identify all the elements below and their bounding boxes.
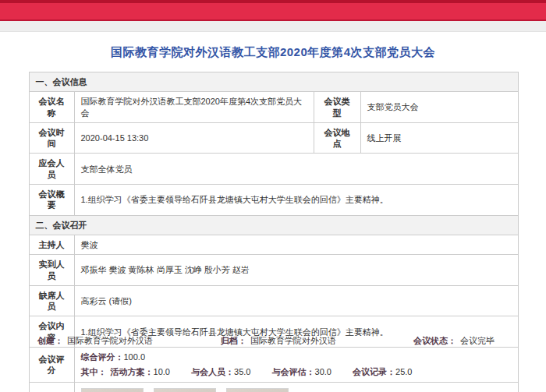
- expected-attendees-label: 应会人员: [29, 154, 74, 185]
- meeting-score-value: 综合评分：100.0 其中： 活动方案：10.0 与会人员：35.0 与会评估：…: [74, 348, 518, 383]
- total-score-value: 100.0: [124, 352, 146, 362]
- meeting-place-label: 会议地点: [314, 122, 360, 154]
- host-value: 樊波: [74, 235, 518, 254]
- absent-members-label: 缺席人员: [29, 285, 74, 316]
- total-score-label: 综合评分：: [81, 352, 124, 362]
- meeting-status: 会议状态：会议完毕: [413, 335, 495, 347]
- meeting-type-value: 支部党员大会: [360, 92, 518, 123]
- photo-attachment-2[interactable]: [154, 388, 216, 392]
- score-item-plan: 活动方案：10.0: [111, 367, 170, 376]
- photo-attachment-1[interactable]: [81, 388, 144, 392]
- meeting-summary-label: 会议概要: [29, 185, 74, 216]
- absent-members-value: 高彩云 (请假): [74, 285, 518, 316]
- section-header-meeting-info: 一、会议信息: [29, 72, 518, 92]
- photo-attachments-label: 照片附件: [29, 382, 74, 392]
- meeting-type-label: 会议类型: [314, 92, 360, 123]
- score-item-evaluation: 与会评估：30.0: [272, 367, 332, 376]
- meeting-place-value: 线上开展: [360, 122, 518, 154]
- meeting-summary-value: 1.组织学习《省委主要领导给石阡县龙塘镇大屯村大学生联会的回信》主要精神。: [74, 185, 518, 216]
- meeting-time-label: 会议时间: [29, 122, 74, 154]
- header-banner: [0, 3, 546, 21]
- photo-attachments-cell: [74, 382, 518, 392]
- meeting-name-label: 会议名称: [29, 92, 74, 123]
- created-by-label: 创建：: [37, 336, 63, 345]
- archived-by-value: 国际教育学院对外汉语: [250, 336, 336, 345]
- record-footer: 创建：国际教育学院对外汉语 归档：国际教育学院对外汉语 会议状态：会议完毕: [0, 335, 546, 351]
- section-header-meeting-convene: 二、会议召开: [29, 215, 518, 235]
- sub-header-bar: [0, 21, 546, 32]
- archived-by-label: 归档：: [221, 336, 246, 345]
- actual-attendees-value: 邓振华 樊波 黄陈林 尚厚玉 沈峥 殷小芳 赵岩: [74, 255, 518, 286]
- host-label: 主持人: [29, 235, 74, 254]
- meeting-name-value: 国际教育学院对外汉语教工支部2020年度第4次支部党员大会: [74, 92, 314, 123]
- actual-attendees-label: 实到人员: [29, 255, 74, 286]
- meeting-time-value: 2020-04-15 13:30: [74, 122, 314, 154]
- archived-by: 归档：国际教育学院对外汉语: [221, 335, 336, 347]
- page-title: 国际教育学院对外汉语教工支部2020年度第4次支部党员大会: [0, 45, 546, 60]
- score-item-minutes: 会议记录：25.0: [353, 367, 412, 376]
- score-item-attendance: 与会人员：35.0: [191, 367, 250, 376]
- meeting-status-label: 会议状态：: [413, 336, 456, 345]
- created-by: 创建：国际教育学院对外汉语: [37, 335, 153, 347]
- created-by-value: 国际教育学院对外汉语: [67, 336, 153, 345]
- score-breakdown-label: 其中：: [81, 367, 107, 376]
- photo-attachment-3[interactable]: [226, 388, 289, 392]
- expected-attendees-value: 支部全体党员: [74, 154, 518, 185]
- meeting-status-value: 会议完毕: [460, 336, 495, 345]
- meeting-score-label: 会议评分: [29, 348, 74, 383]
